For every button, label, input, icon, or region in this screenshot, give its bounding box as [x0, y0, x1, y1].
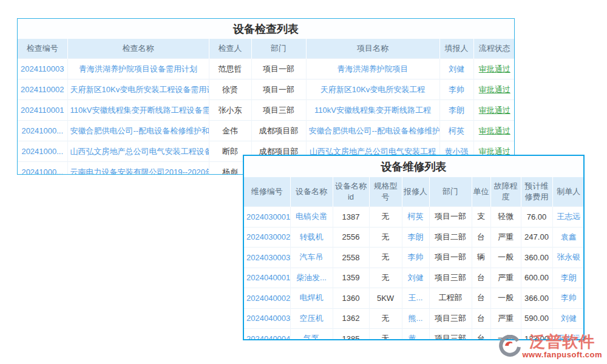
fanpu-watermark: 泛普软件 www.fanpusoft.com: [499, 334, 602, 359]
cell-reporter[interactable]: 刘健: [439, 59, 473, 79]
cell-repair-no[interactable]: 2024040002: [244, 288, 290, 309]
cell-repair-reporter[interactable]: 李朗: [402, 227, 429, 248]
inspection-list-window: 设备检查列表 检查编号检查名称检查人部门项目名称填报人流程状态202411000…: [17, 18, 515, 175]
col-header-equipment-id: 设备名称id: [333, 177, 369, 207]
cell-project-name[interactable]: 青海洪湖养护院项目: [306, 59, 439, 79]
cell-department: 项目一部: [251, 59, 306, 79]
cell-repair-reporter[interactable]: 李帅: [402, 248, 429, 268]
col-header-order-creator: 制单人: [552, 177, 585, 207]
cell-repair-reporter[interactable]: 黄...: [402, 329, 429, 341]
cell-repair-no[interactable]: 2024030001: [244, 207, 290, 228]
cell-inspect-no[interactable]: 20241000...: [18, 141, 67, 162]
cell-order-creator[interactable]: 李朗: [552, 268, 585, 288]
cell-equipment-name[interactable]: 转载机: [290, 227, 333, 248]
cell-equipment-id: 2556: [333, 227, 369, 248]
cell-repair-reporter[interactable]: 王...: [402, 288, 429, 309]
cell-inspect-name[interactable]: 安徽合肥供电公司--配电设备检修维护和...: [67, 121, 209, 141]
fanpu-logo-icon: [499, 335, 521, 357]
table-row: 2024110002天府新区10Kv变电所安装工程设备需用计划徐贤项目一部天府新…: [18, 79, 515, 100]
cell-flow-status[interactable]: 审批通过: [473, 79, 515, 100]
cell-inspect-name[interactable]: 云南电力设备安装有限公司2019--2020年...: [67, 162, 209, 175]
cell-spec-model: 无: [369, 268, 402, 288]
cell-inspect-no[interactable]: 2024110002: [18, 79, 67, 100]
cell-spec-model: 无: [369, 227, 402, 248]
col-header-reporter: 填报人: [439, 39, 473, 59]
table-row: 2024040003空压机1362无熊...项目三部台严重590.00刘健: [244, 308, 585, 329]
cell-order-creator[interactable]: 张永银: [552, 248, 585, 268]
cell-spec-model: 无: [369, 207, 402, 228]
cell-spec-model: 无: [369, 308, 402, 329]
cell-estimated-cost: 590.00: [521, 308, 552, 329]
cell-reporter[interactable]: 李帅: [439, 79, 473, 100]
cell-order-creator[interactable]: 刘健: [552, 308, 585, 329]
cell-unit: 台: [472, 268, 490, 288]
cell-inspect-no[interactable]: 20241000...: [18, 162, 67, 175]
cell-order-creator[interactable]: 王志远: [552, 207, 585, 228]
cell-unit: 台: [472, 227, 490, 248]
cell-inspector: 范思哲: [209, 59, 251, 79]
cell-equipment-name[interactable]: 柴油发...: [290, 268, 333, 288]
cell-project-name[interactable]: 安徽合肥供电公司--配电设备检修维护...: [306, 121, 439, 141]
fanpu-watermark-text: 泛普软件 www.fanpusoft.com: [522, 334, 602, 359]
cell-spec-model: 无: [369, 248, 402, 268]
col-header-inspector: 检查人: [209, 39, 251, 59]
cell-repair-no[interactable]: 2024040001: [244, 268, 290, 288]
cell-project-name[interactable]: 110kV安徽线程集变开断线路工程: [306, 100, 439, 121]
cell-unit: 台: [472, 329, 490, 341]
cell-fault-level: 一般: [490, 288, 521, 309]
cell-equipment-name[interactable]: 气泵: [290, 329, 333, 341]
header-row: 检查编号检查名称检查人部门项目名称填报人流程状态: [18, 39, 515, 59]
cell-flow-status[interactable]: 审批通过: [473, 100, 515, 121]
cell-spec-model: 5KW: [369, 288, 402, 309]
cell-repair-no[interactable]: 2024040004: [244, 329, 290, 341]
cell-reporter[interactable]: 李朗: [439, 100, 473, 121]
cell-repair-reporter[interactable]: 熊...: [402, 308, 429, 329]
cell-flow-status[interactable]: 审批通过: [473, 121, 515, 141]
cell-inspect-name[interactable]: 天府新区10Kv变电所安装工程设备需用计划: [67, 79, 209, 100]
cell-inspect-no[interactable]: 2024110001: [18, 100, 67, 121]
repair-list-title: 设备维修列表: [244, 156, 583, 177]
cell-equipment-name[interactable]: 电镐尖凿: [290, 207, 333, 228]
cell-inspector: 金伟: [209, 121, 251, 141]
fanpu-brand-name: 泛普软件: [529, 334, 595, 349]
col-header-spec-model: 规格型号: [369, 177, 402, 207]
table-row: 20241000...安徽合肥供电公司--配电设备检修维护和...金伟成都项目部…: [18, 121, 515, 141]
cell-unit: 支: [472, 207, 490, 228]
cell-department: 项目三部: [429, 268, 472, 288]
cell-fault-level: 轻微: [490, 207, 521, 228]
col-header-flow-status: 流程状态: [473, 39, 515, 59]
cell-repair-reporter[interactable]: 柯英: [402, 207, 429, 228]
cell-spec-model: 无: [369, 329, 402, 341]
cell-equipment-id: 1359: [333, 268, 369, 288]
cell-repair-no[interactable]: 2024030003: [244, 248, 290, 268]
cell-estimated-cost: 600.00: [521, 268, 552, 288]
cell-flow-status[interactable]: 审批通过: [473, 59, 515, 79]
cell-department: 项目一部: [429, 248, 472, 268]
cell-equipment-id: 1360: [333, 288, 369, 309]
cell-inspector: 徐贤: [209, 79, 251, 100]
cell-project-name[interactable]: 天府新区10Kv变电所安装工程: [306, 79, 439, 100]
fanpu-url: www.fanpusoft.com: [522, 350, 602, 359]
cell-inspect-name[interactable]: 青海洪湖养护院项目设备需用计划: [67, 59, 209, 79]
cell-department: 项目二部: [429, 227, 472, 248]
cell-department: 项目一部: [429, 207, 472, 228]
cell-repair-no[interactable]: 2024030002: [244, 227, 290, 248]
col-header-department: 部门: [251, 39, 306, 59]
cell-equipment-name[interactable]: 电焊机: [290, 288, 333, 309]
cell-inspect-no[interactable]: 2024110003: [18, 59, 67, 79]
col-header-equipment-name: 设备名称: [290, 177, 333, 207]
cell-equipment-id: 1362: [333, 308, 369, 329]
cell-inspect-name[interactable]: 110kV安徽线程集变开断线路工程设备需...: [67, 100, 209, 121]
cell-repair-reporter[interactable]: 刘健: [402, 268, 429, 288]
table-row: 2024030002转载机2556无李朗项目二部台严重247.00袁鑫: [244, 227, 585, 248]
cell-reporter[interactable]: 柯英: [439, 121, 473, 141]
cell-equipment-id: 2558: [333, 248, 369, 268]
cell-equipment-name[interactable]: 空压机: [290, 308, 333, 329]
cell-order-creator[interactable]: 袁鑫: [552, 227, 585, 248]
cell-order-creator[interactable]: 李帅: [552, 288, 585, 309]
cell-department: 项目三部: [429, 329, 472, 341]
cell-inspect-name[interactable]: 山西弘文房地产总公司电气安装工程设备...: [67, 141, 209, 162]
cell-inspect-no[interactable]: 20241000...: [18, 121, 67, 141]
cell-equipment-name[interactable]: 汽车吊: [290, 248, 333, 268]
cell-repair-no[interactable]: 2024040003: [244, 308, 290, 329]
